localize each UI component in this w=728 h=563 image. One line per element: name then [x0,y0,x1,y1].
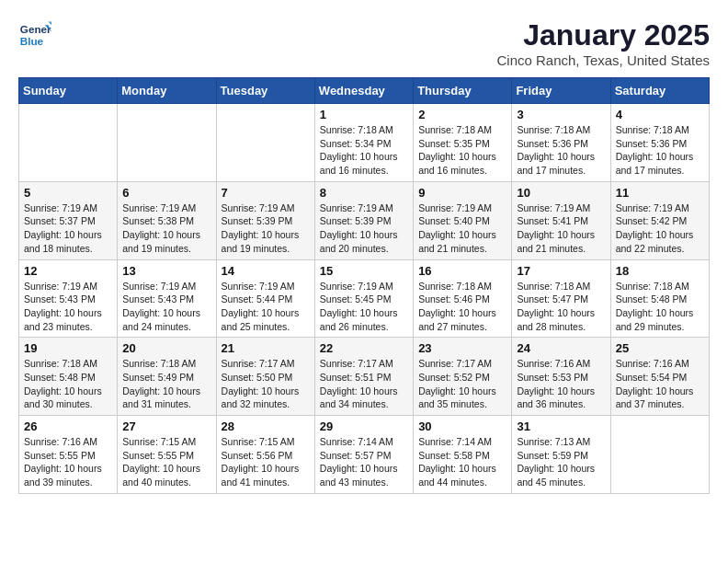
day-cell: 2Sunrise: 7:18 AMSunset: 5:35 PMDaylight… [414,104,512,182]
day-header-tuesday: Tuesday [216,78,314,104]
day-cell: 11Sunrise: 7:19 AMSunset: 5:42 PMDayligh… [610,181,709,259]
day-cell [610,416,709,494]
day-info: Sunrise: 7:19 AMSunset: 5:43 PMDaylight:… [122,280,210,334]
day-number: 1 [320,108,408,121]
day-number: 2 [418,108,506,121]
day-number: 15 [320,264,408,278]
day-info: Sunrise: 7:19 AMSunset: 5:41 PMDaylight:… [517,201,605,256]
week-row-2: 5Sunrise: 7:19 AMSunset: 5:37 PMDaylight… [19,181,710,259]
day-number: 30 [418,419,506,433]
day-cell: 13Sunrise: 7:19 AMSunset: 5:43 PMDayligh… [118,259,216,338]
day-cell: 14Sunrise: 7:19 AMSunset: 5:44 PMDayligh… [216,259,314,338]
day-cell: 31Sunrise: 7:13 AMSunset: 5:59 PMDayligh… [512,416,610,494]
day-info: Sunrise: 7:19 AMSunset: 5:45 PMDaylight:… [320,280,408,334]
day-cell: 21Sunrise: 7:17 AMSunset: 5:50 PMDayligh… [216,338,314,416]
day-number: 28 [222,419,310,433]
day-header-sunday: Sunday [19,78,118,104]
day-info: Sunrise: 7:16 AMSunset: 5:55 PMDaylight:… [24,435,112,489]
day-number: 27 [122,419,210,433]
day-info: Sunrise: 7:16 AMSunset: 5:54 PMDaylight:… [616,357,704,411]
day-number: 6 [122,186,210,200]
day-info: Sunrise: 7:18 AMSunset: 5:48 PMDaylight:… [616,280,704,334]
day-cell: 7Sunrise: 7:19 AMSunset: 5:39 PMDaylight… [216,181,314,259]
day-info: Sunrise: 7:19 AMSunset: 5:42 PMDaylight:… [616,201,704,256]
calendar-header: SundayMondayTuesdayWednesdayThursdayFrid… [19,78,710,104]
day-cell: 8Sunrise: 7:19 AMSunset: 5:39 PMDaylight… [314,181,413,259]
logo: General Blue [18,18,51,52]
day-info: Sunrise: 7:19 AMSunset: 5:43 PMDaylight:… [24,280,112,334]
day-info: Sunrise: 7:15 AMSunset: 5:55 PMDaylight:… [122,435,210,489]
day-cell [19,104,118,182]
day-info: Sunrise: 7:15 AMSunset: 5:56 PMDaylight:… [222,435,310,489]
day-cell: 20Sunrise: 7:18 AMSunset: 5:49 PMDayligh… [118,338,216,416]
day-cell: 4Sunrise: 7:18 AMSunset: 5:36 PMDaylight… [610,104,709,182]
day-info: Sunrise: 7:18 AMSunset: 5:49 PMDaylight:… [122,357,210,411]
day-number: 4 [616,108,704,121]
week-row-1: 1Sunrise: 7:18 AMSunset: 5:34 PMDaylight… [19,104,710,182]
svg-text:General: General [20,23,51,35]
day-cell: 1Sunrise: 7:18 AMSunset: 5:34 PMDaylight… [314,104,413,182]
day-info: Sunrise: 7:18 AMSunset: 5:34 PMDaylight:… [320,123,408,178]
day-header-thursday: Thursday [414,78,512,104]
day-number: 14 [222,264,310,278]
calendar-subtitle: Cinco Ranch, Texas, United States [496,52,710,68]
day-cell: 27Sunrise: 7:15 AMSunset: 5:55 PMDayligh… [118,416,216,494]
day-info: Sunrise: 7:18 AMSunset: 5:48 PMDaylight:… [24,357,112,411]
day-number: 5 [24,186,112,200]
day-number: 11 [616,186,704,200]
day-cell: 19Sunrise: 7:18 AMSunset: 5:48 PMDayligh… [19,338,118,416]
day-header-wednesday: Wednesday [314,78,413,104]
day-header-saturday: Saturday [610,78,709,104]
day-info: Sunrise: 7:13 AMSunset: 5:59 PMDaylight:… [517,435,605,489]
week-row-3: 12Sunrise: 7:19 AMSunset: 5:43 PMDayligh… [19,259,710,338]
day-number: 16 [418,264,506,278]
day-number: 9 [418,186,506,200]
day-info: Sunrise: 7:19 AMSunset: 5:40 PMDaylight:… [418,201,506,256]
day-header-monday: Monday [118,78,216,104]
day-cell: 30Sunrise: 7:14 AMSunset: 5:58 PMDayligh… [414,416,512,494]
day-info: Sunrise: 7:19 AMSunset: 5:37 PMDaylight:… [24,201,112,256]
day-cell: 26Sunrise: 7:16 AMSunset: 5:55 PMDayligh… [19,416,118,494]
day-info: Sunrise: 7:18 AMSunset: 5:47 PMDaylight:… [517,280,605,334]
day-number: 17 [517,264,605,278]
day-info: Sunrise: 7:17 AMSunset: 5:52 PMDaylight:… [418,357,506,411]
day-info: Sunrise: 7:19 AMSunset: 5:44 PMDaylight:… [222,280,310,334]
svg-text:Blue: Blue [20,35,44,47]
page-header: General Blue January 2025 Cinco Ranch, T… [18,18,710,68]
day-number: 24 [517,341,605,355]
day-info: Sunrise: 7:18 AMSunset: 5:35 PMDaylight:… [418,123,506,178]
day-info: Sunrise: 7:14 AMSunset: 5:58 PMDaylight:… [418,435,506,489]
day-cell: 10Sunrise: 7:19 AMSunset: 5:41 PMDayligh… [512,181,610,259]
day-info: Sunrise: 7:17 AMSunset: 5:51 PMDaylight:… [320,357,408,411]
day-number: 12 [24,264,112,278]
day-cell: 25Sunrise: 7:16 AMSunset: 5:54 PMDayligh… [610,338,709,416]
calendar-body: 1Sunrise: 7:18 AMSunset: 5:34 PMDaylight… [19,104,710,494]
calendar-title: January 2025 [496,18,710,52]
day-info: Sunrise: 7:14 AMSunset: 5:57 PMDaylight:… [320,435,408,489]
day-info: Sunrise: 7:18 AMSunset: 5:46 PMDaylight:… [418,280,506,334]
day-cell: 9Sunrise: 7:19 AMSunset: 5:40 PMDaylight… [414,181,512,259]
day-cell: 22Sunrise: 7:17 AMSunset: 5:51 PMDayligh… [314,338,413,416]
title-section: January 2025 Cinco Ranch, Texas, United … [496,18,710,68]
day-cell: 29Sunrise: 7:14 AMSunset: 5:57 PMDayligh… [314,416,413,494]
day-info: Sunrise: 7:16 AMSunset: 5:53 PMDaylight:… [517,357,605,411]
day-cell [118,104,216,182]
day-info: Sunrise: 7:19 AMSunset: 5:38 PMDaylight:… [122,201,210,256]
day-number: 10 [517,186,605,200]
day-cell: 3Sunrise: 7:18 AMSunset: 5:36 PMDaylight… [512,104,610,182]
day-cell: 5Sunrise: 7:19 AMSunset: 5:37 PMDaylight… [19,181,118,259]
day-number: 18 [616,264,704,278]
day-number: 25 [616,341,704,355]
day-number: 21 [222,341,310,355]
day-number: 8 [320,186,408,200]
day-cell: 24Sunrise: 7:16 AMSunset: 5:53 PMDayligh… [512,338,610,416]
day-number: 7 [222,186,310,200]
day-number: 26 [24,419,112,433]
day-cell: 15Sunrise: 7:19 AMSunset: 5:45 PMDayligh… [314,259,413,338]
day-cell: 18Sunrise: 7:18 AMSunset: 5:48 PMDayligh… [610,259,709,338]
day-number: 31 [517,419,605,433]
day-info: Sunrise: 7:18 AMSunset: 5:36 PMDaylight:… [616,123,704,178]
day-cell: 23Sunrise: 7:17 AMSunset: 5:52 PMDayligh… [414,338,512,416]
day-info: Sunrise: 7:19 AMSunset: 5:39 PMDaylight:… [320,201,408,256]
day-header-friday: Friday [512,78,610,104]
